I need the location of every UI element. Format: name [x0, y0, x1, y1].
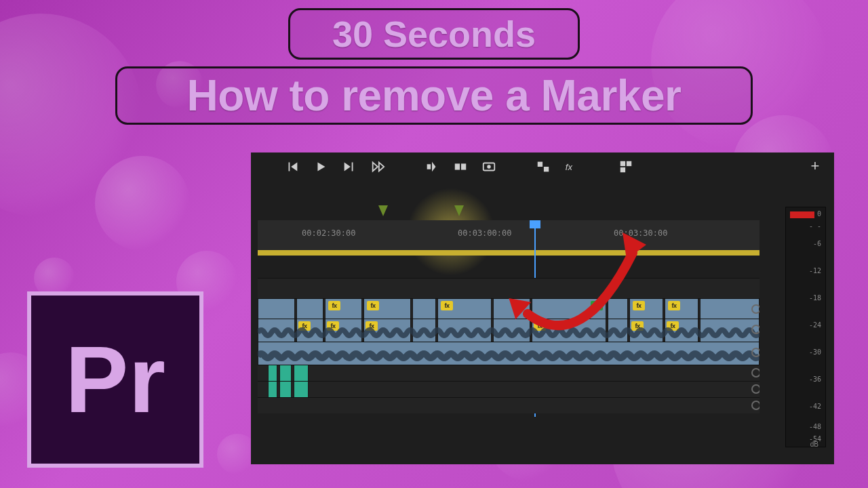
fx-badge: fx [668, 301, 680, 310]
timecode-label: 00:03:30:00 [614, 228, 667, 238]
premiere-pro-logo-text: Pr [65, 325, 165, 434]
fx-badge: fx [591, 301, 603, 310]
timeline-marker[interactable] [454, 205, 464, 216]
video-track-v1[interactable]: fx fx fx fx fx fx [258, 298, 760, 319]
play-icon[interactable] [313, 159, 328, 174]
fx-badge: fx [367, 301, 379, 310]
work-area-bar[interactable] [258, 250, 760, 256]
timecode-label: 00:02:30:00 [302, 228, 355, 238]
meter-scale-label: 0 [817, 210, 821, 218]
audio-track-a2[interactable] [258, 342, 760, 365]
svg-rect-4 [538, 162, 542, 167]
svg-rect-1 [461, 163, 466, 169]
export-frame-icon[interactable] [481, 159, 496, 174]
meter-scale-label: -6 [813, 240, 821, 247]
svg-rect-8 [627, 161, 631, 166]
svg-text:fx: fx [566, 162, 573, 172]
step-back-icon[interactable] [285, 159, 300, 174]
fx-badge: fx [633, 301, 645, 310]
meter-scale-label: -12 [809, 267, 821, 274]
sync-lock-icon[interactable] [751, 348, 760, 357]
audio-track-a1[interactable]: fx fx fx fx fx fx [258, 319, 760, 342]
apply-transition-icon[interactable] [536, 159, 551, 174]
audio-waveform [258, 326, 760, 340]
audio-track-a3[interactable] [258, 365, 760, 381]
svg-rect-0 [455, 163, 460, 169]
fx-icon[interactable]: fx [564, 159, 579, 174]
insert-icon[interactable] [425, 159, 439, 174]
timeline-marker[interactable] [378, 205, 388, 216]
sync-lock-icon[interactable] [751, 401, 760, 410]
svg-rect-5 [544, 167, 549, 171]
monitor-toolbar: fx [285, 157, 719, 177]
timeline-screenshot: fx + 00:02:30:00 00:03:00:00 00:03:30:00… [251, 152, 834, 464]
premiere-pro-logo: Pr [27, 291, 203, 468]
meter-unit: dB [810, 441, 818, 448]
meter-scale-label: -30 [809, 348, 821, 356]
meter-scale-label: -48 [809, 423, 821, 430]
video-track-v2[interactable] [258, 278, 760, 298]
meter-peak-right [802, 211, 814, 218]
svg-rect-9 [620, 167, 625, 172]
sync-lock-icon[interactable] [751, 304, 760, 314]
step-forward-icon[interactable] [342, 159, 357, 174]
settings-icon[interactable] [618, 159, 633, 174]
meter-scale-label: -18 [809, 294, 821, 302]
audio-track-a4[interactable] [258, 381, 760, 397]
fx-badge: fx [441, 301, 453, 310]
sync-lock-icon[interactable] [751, 384, 760, 394]
audio-track-a5[interactable] [258, 397, 760, 413]
audio-waveform [258, 349, 760, 363]
go-to-next-icon[interactable] [370, 159, 385, 174]
timeline-tracks: fx fx fx fx fx fx fx fx fx fx fx fx [258, 278, 760, 413]
audio-meter: 0 - - -6 -12 -18 -24 -30 -36 -42 -48 -54… [785, 207, 826, 447]
meter-scale-label: -36 [809, 375, 821, 383]
sync-lock-icon[interactable] [751, 368, 760, 378]
meter-scale-label: -24 [809, 321, 821, 329]
svg-point-3 [487, 165, 491, 169]
sync-lock-icon[interactable] [751, 325, 760, 334]
timecode-label: 00:03:00:00 [458, 228, 511, 238]
svg-rect-7 [620, 161, 625, 166]
fx-badge: fx [328, 301, 340, 310]
title-line2: How to remove a Marker [115, 66, 753, 125]
meter-scale-label: -42 [809, 403, 821, 410]
meter-peak-left [790, 211, 802, 218]
time-ruler[interactable]: 00:02:30:00 00:03:00:00 00:03:30:00 [258, 220, 760, 256]
title-line1: 30 Seconds [288, 8, 580, 60]
overwrite-icon[interactable] [453, 159, 468, 174]
add-button[interactable]: + [808, 159, 822, 173]
meter-scale-label: - - [809, 222, 821, 230]
